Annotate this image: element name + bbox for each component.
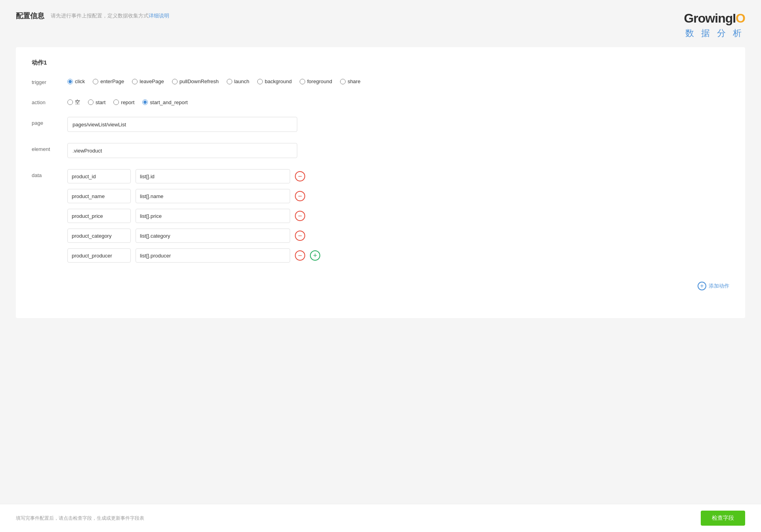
add-action-button[interactable]: + 添加动作: [698, 282, 729, 290]
remove-row-1-button[interactable]: −: [295, 171, 305, 181]
logo-text: GrowingIO: [684, 11, 745, 26]
trigger-label: trigger: [32, 76, 67, 85]
header-desc: 请先进行事件上报配置，定义数据收集方式详细说明: [51, 12, 169, 19]
action-option-empty[interactable]: 空: [67, 99, 80, 106]
remove-row-2-button[interactable]: −: [295, 191, 305, 201]
trigger-label-leavePage: leavePage: [140, 78, 164, 84]
page-control: [67, 117, 729, 132]
page-input[interactable]: [67, 117, 297, 132]
data-rows: − −: [67, 169, 729, 263]
logo-area: GrowingIO 数 据 分 析: [684, 11, 745, 39]
logo-subtitle: 数 据 分 析: [684, 27, 745, 39]
trigger-radio-enterPage[interactable]: [93, 79, 98, 84]
action-radio-start-and-report[interactable]: [142, 99, 148, 105]
trigger-label-share: share: [348, 78, 361, 84]
action-radio-empty[interactable]: [67, 99, 73, 105]
data-row-5: − +: [67, 248, 729, 263]
data-control: − −: [67, 169, 729, 263]
trigger-option-share[interactable]: share: [340, 78, 361, 84]
data-row-3: −: [67, 209, 729, 223]
section-title: 动作1: [32, 59, 729, 67]
data-key-3[interactable]: [67, 209, 131, 223]
add-row-button[interactable]: +: [310, 250, 320, 261]
check-field-button[interactable]: 检查字段: [701, 511, 745, 526]
trigger-radio-click[interactable]: [67, 79, 73, 84]
header-desc-link[interactable]: 详细说明: [149, 13, 169, 19]
data-val-2[interactable]: [136, 189, 290, 203]
header-desc-text: 请先进行事件上报配置，定义数据收集方式: [51, 13, 149, 19]
logo-o: O: [736, 11, 745, 25]
trigger-label-pullDownRefresh: pullDownRefresh: [180, 78, 219, 84]
trigger-radio-background[interactable]: [257, 79, 263, 84]
trigger-radio-leavePage[interactable]: [132, 79, 138, 84]
minus-icon-2: −: [298, 193, 302, 200]
trigger-option-pullDownRefresh[interactable]: pullDownRefresh: [172, 78, 219, 84]
trigger-option-foreground[interactable]: foreground: [300, 78, 332, 84]
header-left: 配置信息 请先进行事件上报配置，定义数据收集方式详细说明: [16, 11, 169, 21]
trigger-option-enterPage[interactable]: enterPage: [93, 78, 124, 84]
action-option-report[interactable]: report: [113, 99, 134, 105]
data-val-1[interactable]: [136, 169, 290, 183]
data-row-1: −: [67, 169, 729, 183]
trigger-label-launch: launch: [234, 78, 249, 84]
remove-row-5-button[interactable]: −: [295, 250, 305, 261]
header: 配置信息 请先进行事件上报配置，定义数据收集方式详细说明 GrowingIO 数…: [0, 0, 761, 47]
data-row: data − −: [32, 169, 729, 263]
page-row: page: [32, 117, 729, 132]
trigger-label-foreground: foreground: [307, 78, 332, 84]
minus-icon-5: −: [298, 252, 302, 259]
trigger-label-click: click: [75, 78, 85, 84]
action-label-report: report: [121, 99, 134, 105]
element-input[interactable]: [67, 143, 297, 158]
data-row-2: −: [67, 189, 729, 203]
action-options: 空 start report start_and_report: [67, 96, 729, 106]
element-row: element: [32, 143, 729, 158]
minus-icon-1: −: [298, 173, 302, 180]
data-key-4[interactable]: [67, 229, 131, 243]
action-radio-report[interactable]: [113, 99, 119, 105]
action-label-start: start: [96, 99, 105, 105]
data-val-4[interactable]: [136, 229, 290, 243]
trigger-radio-foreground[interactable]: [300, 79, 305, 84]
trigger-radio-pullDownRefresh[interactable]: [172, 79, 178, 84]
data-key-2[interactable]: [67, 189, 131, 203]
action-label-start-and-report: start_and_report: [150, 99, 187, 105]
data-key-5[interactable]: [67, 248, 131, 263]
add-action-row: + 添加动作: [32, 274, 729, 294]
logo-growing: GrowingI: [684, 11, 736, 25]
action-radio-start[interactable]: [88, 99, 94, 105]
remove-row-3-button[interactable]: −: [295, 211, 305, 221]
action-label: action: [32, 96, 67, 105]
data-val-3[interactable]: [136, 209, 290, 223]
trigger-row: trigger click enterPage leavePage pullDo…: [32, 76, 729, 85]
trigger-option-leavePage[interactable]: leavePage: [132, 78, 164, 84]
main-content: 动作1 trigger click enterPage leavePage: [16, 47, 745, 318]
add-action-label: 添加动作: [709, 282, 729, 290]
footer-tip: 填写完事件配置后，请点击检查字段，生成或更新事件字段表: [16, 515, 144, 522]
add-action-circle-icon: +: [698, 282, 706, 290]
element-label: element: [32, 143, 67, 152]
data-val-5[interactable]: [136, 248, 290, 263]
data-key-1[interactable]: [67, 169, 131, 183]
page-label: page: [32, 117, 67, 126]
trigger-label-background: background: [265, 78, 292, 84]
trigger-option-launch[interactable]: launch: [227, 78, 249, 84]
action-option-start[interactable]: start: [88, 99, 105, 105]
trigger-option-background[interactable]: background: [257, 78, 292, 84]
trigger-options: click enterPage leavePage pullDownRefres…: [67, 76, 729, 84]
trigger-option-click[interactable]: click: [67, 78, 85, 84]
minus-icon-3: −: [298, 212, 302, 219]
page-wrapper: 配置信息 请先进行事件上报配置，定义数据收集方式详细说明 GrowingIO 数…: [0, 0, 761, 532]
trigger-label-enterPage: enterPage: [100, 78, 124, 84]
footer-bar: 填写完事件配置后，请点击检查字段，生成或更新事件字段表 检查字段: [0, 504, 761, 532]
page-title: 配置信息: [16, 11, 44, 21]
trigger-radio-launch[interactable]: [227, 79, 232, 84]
data-row-4: −: [67, 229, 729, 243]
plus-icon: +: [313, 252, 317, 259]
trigger-radio-share[interactable]: [340, 79, 346, 84]
data-label: data: [32, 169, 67, 178]
action-option-start-and-report[interactable]: start_and_report: [142, 99, 187, 105]
minus-icon-4: −: [298, 232, 302, 239]
remove-row-4-button[interactable]: −: [295, 231, 305, 241]
action-label-empty: 空: [75, 99, 80, 106]
